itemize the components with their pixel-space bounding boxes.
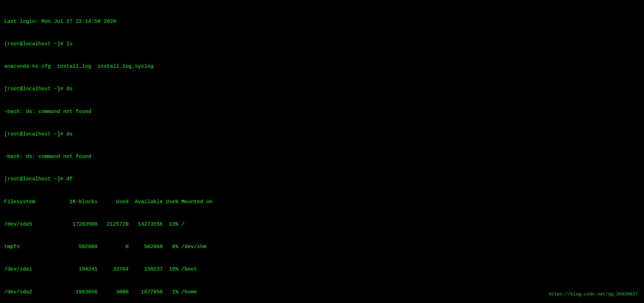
terminal-line-10: /dev/sda5 17283908 2125720 14273556 13% … (4, 221, 640, 228)
terminal-line-13: /dev/sda2 1983056 3000 1877656 1% /home (4, 288, 640, 296)
terminal-line-2: [root@localhost ~]# ls (4, 40, 640, 48)
terminal-line-11: tmpfs 502068 0 502068 0% /dev/shm (4, 243, 640, 251)
terminal-line-8: [root@localhost ~]# df (4, 176, 640, 183)
terminal-line-9: Filesystem 1K-blocks Used Available Use%… (4, 198, 640, 206)
terminal-window[interactable]: Last login: Mon Jul 27 22:14:58 2020 [ro… (0, 0, 644, 303)
terminal-line-7: -bash: ds: command not found (4, 153, 640, 161)
terminal-line-1: Last login: Mon Jul 27 22:14:58 2020 (4, 18, 640, 26)
terminal-line-5: -bash: ds: command not found (4, 108, 640, 116)
terminal-line-4: [root@localhost ~]# ds (4, 85, 640, 93)
terminal-line-3: anaconda-ks.cfg install.log install.log.… (4, 63, 640, 70)
watermark: https://blog.csdn.net/qq_36926037 (549, 292, 638, 297)
terminal-line-12: /dev/sda1 194241 33764 150237 19% /boot (4, 266, 640, 273)
terminal-line-6: [root@localhost ~]# ds (4, 131, 640, 138)
